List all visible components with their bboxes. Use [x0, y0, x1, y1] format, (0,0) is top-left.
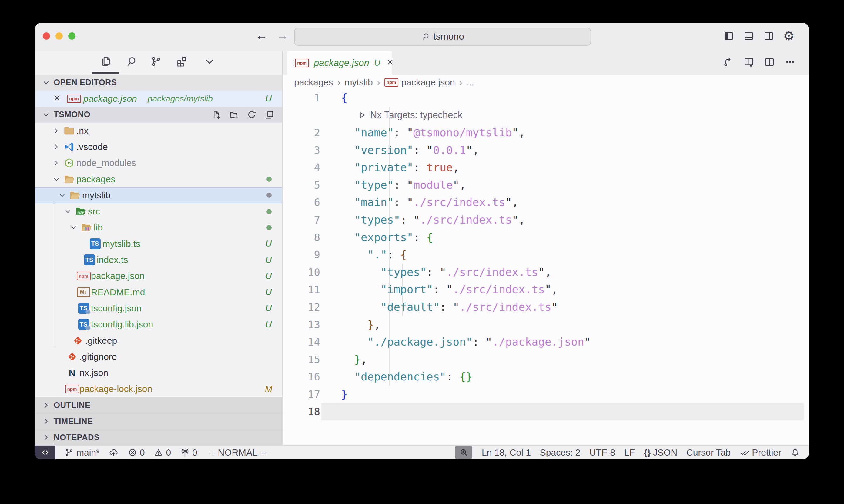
chevron-down-icon[interactable]	[68, 222, 80, 233]
tree-item-src[interactable]: </>src	[35, 203, 282, 219]
status-ports[interactable]: 0	[175, 446, 202, 460]
tree-item-lib[interactable]: lib	[35, 220, 282, 236]
tree-item-package.json[interactable]: npmpackage.jsonU	[35, 268, 282, 284]
refresh-icon[interactable]	[245, 108, 258, 122]
activity-extensions[interactable]	[174, 54, 189, 69]
status-warnings[interactable]: 0	[149, 446, 175, 460]
tree-item-.gitignore[interactable]: .gitignore	[35, 348, 282, 365]
section-notepads[interactable]: NOTEPADS	[35, 429, 282, 445]
gear-icon[interactable]: ⚙	[782, 30, 795, 43]
chevron-right-icon[interactable]	[51, 158, 62, 168]
code-line-6[interactable]: 6 "main": "./src/index.ts",	[282, 194, 809, 211]
code-line-5[interactable]: 5 "type": "module",	[282, 176, 809, 194]
new-file-icon[interactable]	[210, 108, 223, 122]
new-folder-icon[interactable]	[228, 108, 240, 122]
breadcrumb-item[interactable]: npmpackage.json	[384, 77, 455, 88]
status-indentation[interactable]: Spaces: 2	[535, 446, 585, 460]
status-publish[interactable]	[104, 446, 123, 460]
tree-item-mytslib.ts[interactable]: TSmytslib.tsU	[35, 236, 282, 252]
status-vim-mode[interactable]: -- NORMAL --	[202, 446, 271, 460]
close-icon[interactable]	[52, 93, 63, 104]
status-errors[interactable]: 0	[123, 446, 150, 460]
zoom-window-button[interactable]	[68, 32, 75, 40]
section-timeline[interactable]: TIMELINE	[35, 413, 282, 429]
status-formatter[interactable]: Prettier	[735, 446, 786, 460]
remote-indicator[interactable]	[35, 446, 55, 460]
code-line-8[interactable]: 8 "exports": {	[282, 229, 809, 246]
layout-sidebar-left-icon[interactable]	[722, 30, 736, 43]
explorer-section-header[interactable]: TSMONO	[35, 107, 282, 123]
open-changes-icon[interactable]	[722, 55, 735, 69]
chevron-down-icon[interactable]	[62, 206, 74, 217]
tree-item-nx.json[interactable]: Nnx.json	[35, 365, 282, 381]
split-editor-icon[interactable]	[763, 55, 776, 69]
tab-bar: npm package.json U	[282, 51, 809, 74]
layout-panel-icon[interactable]	[742, 30, 756, 43]
line-number: 9	[282, 249, 320, 261]
code-line-2[interactable]: 2 "name": "@tsmono/mytslib",	[282, 124, 809, 141]
code-line-16[interactable]: 16 "dependencies": {}	[282, 368, 809, 386]
more-icon[interactable]	[783, 55, 797, 69]
code-line-14[interactable]: 14 "./package.json": "./package.json"	[282, 333, 809, 351]
tree-item-label: nx.json	[80, 368, 108, 378]
activity-explorer[interactable]	[99, 54, 113, 69]
chevron-right-icon[interactable]	[51, 142, 62, 152]
back-arrow-icon[interactable]: ←	[255, 28, 268, 43]
codelens-nx-targets[interactable]: Nx Targets: typecheck	[282, 107, 809, 124]
code-editor[interactable]: 1{Nx Targets: typecheck2 "name": "@tsmon…	[282, 89, 809, 445]
code-line-10[interactable]: 10 "types": "./src/index.ts",	[282, 264, 809, 281]
status-git-branch[interactable]: main*	[60, 446, 104, 460]
status-cursor-tab[interactable]: Cursor Tab	[682, 446, 735, 460]
breadcrumb-item[interactable]: ...	[467, 77, 474, 88]
code-line-18[interactable]: 18	[282, 403, 809, 421]
code-line-3[interactable]: 3 "version": "0.0.1",	[282, 141, 809, 159]
code-line-7[interactable]: 7 "types": "./src/index.ts",	[282, 211, 809, 229]
breadcrumb-item[interactable]: packages	[294, 77, 333, 88]
tab-package-json[interactable]: npm package.json U	[287, 51, 392, 74]
status-language-mode[interactable]: {}JSON	[639, 446, 682, 460]
section-outline[interactable]: OUTLINE	[35, 397, 282, 413]
tree-item-tsconfig.lib.json[interactable]: TS⚙tsconfig.lib.jsonU	[35, 317, 282, 332]
code-line-15[interactable]: 15 },	[282, 351, 809, 368]
status-notifications[interactable]	[786, 446, 805, 460]
forward-arrow-icon[interactable]: →	[276, 28, 289, 43]
close-window-button[interactable]	[43, 32, 50, 40]
code-line-9[interactable]: 9 ".": {	[282, 246, 809, 264]
tree-item-package-lock.json[interactable]: npmpackage-lock.jsonM	[35, 381, 282, 397]
code-line-11[interactable]: 11 "import": "./src/index.ts",	[282, 281, 809, 299]
status-cursor-position[interactable]: Ln 18, Col 1	[477, 446, 535, 460]
tree-item-node-modules[interactable]: JSnode_modules	[35, 155, 282, 171]
minimize-window-button[interactable]	[55, 32, 63, 40]
tree-item-.gitkeep[interactable]: .gitkeep	[35, 332, 282, 348]
code-line-17[interactable]: 17}	[282, 385, 809, 403]
activity-more-views[interactable]	[202, 54, 217, 69]
tree-item-packages[interactable]: packages	[35, 171, 282, 187]
tree-item-.vscode[interactable]: .vscode	[35, 139, 282, 155]
tree-item-readme.md[interactable]: M↓README.mdU	[35, 284, 282, 300]
close-icon[interactable]	[386, 58, 394, 68]
chevron-right-icon[interactable]	[51, 126, 62, 136]
activity-search[interactable]	[124, 54, 139, 69]
open-editor-item[interactable]: npm package.json packages/mytslib U	[35, 91, 282, 107]
command-center-search[interactable]: tsmono	[294, 28, 591, 46]
tree-item-.nx[interactable]: .nx	[35, 123, 282, 139]
code-line-12[interactable]: 12 "default": "./src/index.ts"	[282, 298, 809, 316]
code-line-4[interactable]: 4 "private": true,	[282, 159, 809, 176]
tree-item-mytslib[interactable]: mytslib	[35, 187, 282, 203]
tree-item-tsconfig.json[interactable]: TS⚙tsconfig.jsonU	[35, 300, 282, 316]
code-line-1[interactable]: 1{	[282, 89, 809, 107]
chevron-down-icon[interactable]	[51, 174, 62, 184]
chevron-down-icon[interactable]	[56, 190, 68, 200]
status-encoding[interactable]: UTF-8	[585, 446, 620, 460]
breadcrumb-item[interactable]: mytslib	[344, 77, 373, 88]
status-eol[interactable]: LF	[620, 446, 639, 460]
status-screencast-zoom[interactable]	[455, 446, 472, 459]
vscode-icon	[64, 141, 74, 152]
code-line-13[interactable]: 13 },	[282, 316, 809, 334]
collapse-all-icon[interactable]	[263, 108, 275, 122]
open-editors-header[interactable]: OPEN EDITORS	[35, 74, 282, 91]
layout-sidebar-right-icon[interactable]	[762, 30, 775, 43]
activity-source-control[interactable]	[149, 54, 163, 69]
tree-item-index.ts[interactable]: TSindex.tsU	[35, 252, 282, 268]
split-editor-dot-icon[interactable]	[742, 55, 756, 69]
